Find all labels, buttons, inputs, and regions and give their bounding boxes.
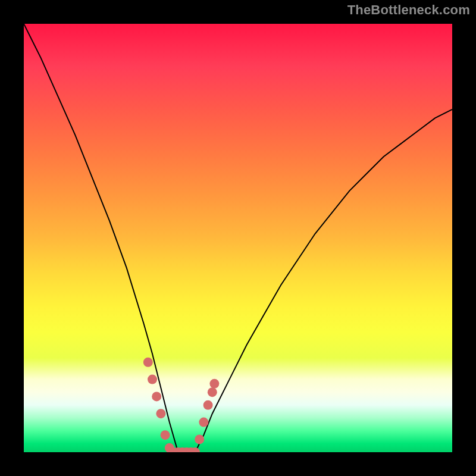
curve-marker: [161, 430, 170, 440]
curve-marker: [143, 358, 153, 367]
bottleneck-curve: [24, 24, 452, 452]
watermark-label: TheBottleneck.com: [347, 2, 470, 18]
curve-marker: [156, 409, 165, 418]
curve-marker: [208, 387, 217, 397]
curve-marker: [195, 434, 204, 444]
chart-stage: TheBottleneck.com: [0, 0, 476, 476]
curve-markers: [143, 358, 220, 452]
curve-marker: [203, 400, 213, 410]
chart-svg: [24, 24, 452, 452]
curve-marker: [199, 418, 208, 427]
plot-area: [24, 24, 452, 452]
curve-marker: [148, 375, 157, 384]
curve-marker: [209, 379, 219, 389]
curve-marker: [152, 392, 161, 401]
